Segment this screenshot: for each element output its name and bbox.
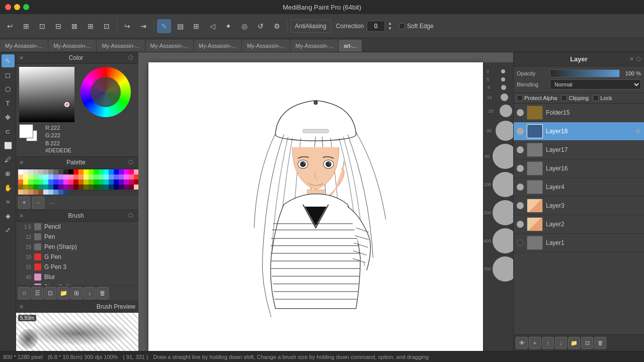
camera-icon[interactable]: ⊟ [51,19,65,33]
palette-color-cell[interactable] [84,174,89,179]
tab-item[interactable]: My-Assassin-... [242,40,290,52]
brush-tool-btn[interactable]: ✎ [2,54,15,67]
smudge-btn[interactable]: ≈ [2,195,15,208]
tab-item[interactable]: My-Assassin-... [0,40,48,52]
palette-color-cell[interactable] [114,185,119,190]
zoom-btn[interactable]: ⊕ [2,167,15,180]
circle-icon[interactable]: ◎ [237,19,252,33]
palette-color-cell[interactable] [124,169,129,174]
layer-list-item[interactable]: Layer18⚙ [514,122,644,141]
palette-color-cell[interactable] [58,179,63,185]
grid-icon[interactable]: ⊞ [84,19,98,33]
lock-checkbox[interactable]: Lock [593,95,612,101]
brush-list-item[interactable]: 40Blur [16,272,138,282]
palette-color-cell[interactable] [119,185,124,190]
stamp-icon[interactable]: ⊡ [35,19,49,33]
brush-list-item[interactable]: 15G Pen 3 [16,262,138,272]
back-icon[interactable]: ◁ [205,19,219,33]
palette-color-cell[interactable] [43,190,48,195]
palette-color-cell[interactable] [58,174,63,179]
palette-color-cell[interactable] [63,179,68,185]
palette-color-cell[interactable] [33,190,38,195]
brush-list-item[interactable]: 15Pen (Sharp) [16,242,138,252]
palette-color-cell[interactable] [124,179,129,185]
move-tool-btn[interactable]: ✥ [2,111,15,124]
palette-color-cell[interactable] [63,169,68,174]
color-expand-icon[interactable]: ⬡ [128,54,135,61]
copy-icon[interactable]: ⊠ [67,19,82,33]
ruler-size-pair[interactable]: 7001000 [483,255,513,283]
canvas-area[interactable]: 3557810121520253040507010015020030040050… [138,52,513,351]
lock-box[interactable] [593,95,599,101]
palette-color-cell[interactable] [43,174,48,179]
brush-delete-btn[interactable]: 🗑 [97,287,109,299]
brush-menu-btn[interactable]: ☰ [31,287,43,299]
layer-list-item[interactable]: Layer4 [514,178,644,197]
fill-icon[interactable]: ▤ [173,19,187,33]
ruler-size-pair[interactable]: 57 [483,75,513,83]
palette-color-cell[interactable] [53,174,58,179]
palette-color-cell[interactable] [58,169,63,174]
layer-eye-btn[interactable]: 👁 [516,337,528,349]
foreground-swatch[interactable] [19,124,33,138]
palette-color-cell[interactable] [23,179,28,185]
palette-color-cell[interactable] [33,179,38,185]
palette-color-cell[interactable] [38,185,43,190]
palette-color-cell[interactable] [109,185,114,190]
palette-color-cell[interactable] [94,169,99,174]
palette-color-cell[interactable] [99,185,104,190]
palette-color-cell[interactable] [78,185,84,190]
clipping-checkbox[interactable]: Clipping [561,95,589,101]
layer-add-btn[interactable]: + [529,337,541,349]
palette-add-btn[interactable]: + [18,197,30,209]
layer-move-down-btn[interactable]: ↓ [555,337,567,349]
palette-color-cell[interactable] [53,169,58,174]
layer-list-item[interactable]: Layer16 [514,159,644,178]
layer-settings-icon[interactable]: ⚙ [635,128,641,135]
palette-color-cell[interactable] [73,169,78,174]
brush-copy-btn[interactable]: ⊡ [44,287,56,299]
layer-visibility-indicator[interactable] [517,128,524,135]
palette-color-cell[interactable] [38,174,43,179]
palette-color-cell[interactable] [43,169,48,174]
palette-color-cell[interactable] [134,174,138,179]
palette-color-cell[interactable] [114,174,119,179]
palette-color-cell[interactable] [119,179,124,185]
layer-visibility-indicator[interactable] [517,221,524,228]
layer-list-item[interactable]: Layer1 [514,234,644,252]
ruler-size-pair[interactable]: 810 [483,83,513,92]
rotate-icon[interactable]: ↺ [254,19,268,33]
palette-color-cell[interactable] [73,179,78,185]
palette-color-cell[interactable] [104,185,109,190]
layer-list-item[interactable]: Layer17 [514,141,644,159]
palette-color-cell[interactable] [78,169,84,174]
palette-color-cell[interactable] [99,179,104,185]
tab-item[interactable]: My-Assassin-... [48,40,97,52]
palette-color-cell[interactable] [68,185,73,190]
grid2-icon[interactable]: ⊞ [189,19,203,33]
palette-color-cell[interactable] [124,174,129,179]
brush-list-item[interactable]: 10G Pen [16,252,138,262]
layer-visibility-indicator[interactable] [517,239,524,246]
brush-import-btn[interactable]: ↓ [84,287,96,299]
palette-color-cell[interactable] [129,174,134,179]
palette-color-cell[interactable] [33,169,38,174]
palette-color-cell[interactable] [68,169,73,174]
palette-color-cell[interactable] [48,174,53,179]
preview-close-icon[interactable]: ✕ [19,304,24,310]
palette-color-cell[interactable] [129,169,134,174]
tab-item[interactable]: My-Assassin-... [290,40,339,52]
palette-color-cell[interactable] [119,174,124,179]
brush-folder2-btn[interactable]: ⊞ [70,287,83,299]
palette-grid[interactable] [16,168,138,196]
ruler-size-pair[interactable]: 2025 [483,103,513,120]
maximize-button[interactable] [23,4,29,10]
palette-color-cell[interactable] [89,174,94,179]
palette-color-cell[interactable] [104,169,109,174]
palette-color-cell[interactable] [58,190,63,195]
palette-color-cell[interactable] [38,179,43,185]
palette-color-cell[interactable] [53,179,58,185]
palette-color-cell[interactable] [119,169,124,174]
layer-list-item[interactable]: Layer3 [514,197,644,215]
layer-visibility-indicator[interactable] [517,184,524,191]
